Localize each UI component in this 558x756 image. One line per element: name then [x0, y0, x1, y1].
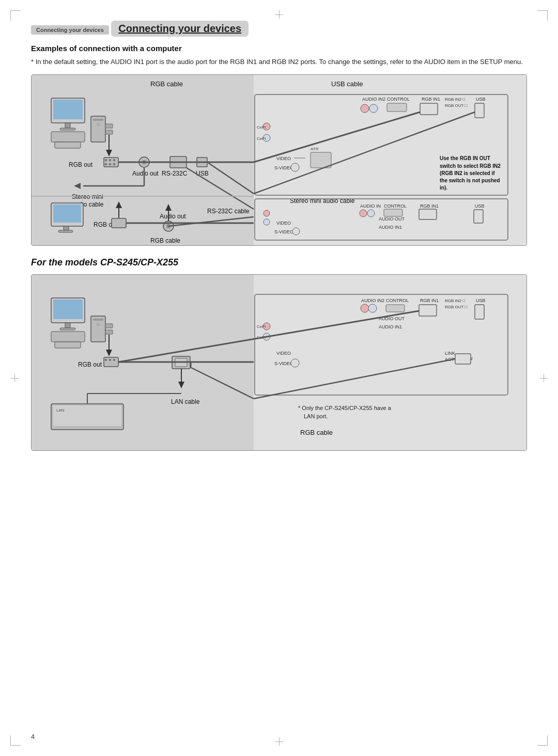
svg-text:CONTROL: CONTROL: [384, 203, 407, 209]
svg-point-21: [113, 159, 115, 161]
svg-text:RGB out: RGB out: [78, 361, 102, 368]
svg-text:RGB IN1: RGB IN1: [420, 203, 439, 209]
svg-rect-114: [93, 319, 103, 321]
center-mark-bottom: [275, 737, 283, 746]
svg-text:LAN cable: LAN cable: [171, 398, 200, 405]
corner-mark-tr: [537, 10, 548, 21]
svg-text:CePi: CePi: [257, 324, 266, 329]
svg-text:RGB OUT □: RGB OUT □: [445, 305, 468, 309]
svg-text:CONTROL: CONTROL: [386, 298, 409, 303]
svg-text:the switch is not pushed: the switch is not pushed: [440, 178, 500, 183]
svg-rect-145: [419, 305, 437, 316]
diagram-svg-1: RGB cable USB cable RGB out: [32, 75, 527, 245]
svg-rect-74: [58, 230, 73, 232]
svg-text:AUDIO IN1: AUDIO IN1: [379, 225, 402, 230]
svg-text:switch to select RGB IN2: switch to select RGB IN2: [440, 163, 501, 169]
svg-text:VIDEO: VIDEO: [276, 156, 291, 161]
svg-text:Stereo mini: Stereo mini: [72, 193, 103, 200]
svg-point-59: [291, 163, 299, 171]
svg-point-103: [264, 210, 270, 216]
svg-rect-8: [51, 132, 85, 142]
svg-rect-109: [65, 323, 70, 328]
svg-rect-14: [105, 130, 113, 134]
svg-text:RGB IN1: RGB IN1: [422, 97, 440, 102]
svg-text:AUDIO IN2: AUDIO IN2: [362, 97, 385, 102]
svg-text:RGB cable: RGB cable: [150, 80, 183, 88]
svg-text:RGB cable: RGB cable: [300, 429, 333, 436]
svg-text:RS-232C: RS-232C: [162, 170, 188, 177]
svg-rect-95: [419, 209, 437, 219]
svg-text:USB cable: USB cable: [331, 80, 363, 88]
svg-rect-7: [60, 128, 75, 130]
svg-rect-110: [60, 328, 75, 330]
svg-text:RS-232C cable: RS-232C cable: [207, 208, 250, 215]
svg-point-12: [97, 123, 100, 126]
svg-point-115: [97, 323, 100, 326]
svg-text:(RGB IN2 is selected if: (RGB IN2 is selected if: [440, 170, 495, 176]
svg-rect-72: [53, 204, 81, 223]
models-heading: For the models CP-S245/CP-X255: [31, 257, 527, 268]
svg-text:AUDIO IN: AUDIO IN: [360, 203, 381, 209]
diagram-box-models: RGB out LAN LAN cable LAN: [31, 274, 527, 451]
svg-text:VIDEO: VIDEO: [276, 220, 291, 226]
svg-rect-117: [105, 330, 113, 334]
svg-rect-47: [420, 103, 438, 115]
svg-point-102: [292, 228, 300, 235]
section-heading: Connecting your devices: [118, 23, 241, 34]
page-number: 4: [31, 733, 35, 741]
svg-text:LINK: LINK: [445, 351, 455, 356]
center-mark-top: [275, 10, 283, 19]
svg-text:CePi: CePi: [257, 136, 266, 141]
svg-rect-93: [384, 209, 402, 216]
svg-text:USB: USB: [475, 203, 485, 209]
svg-text:Audio out: Audio out: [132, 170, 159, 177]
svg-text:AUDIO IN1: AUDIO IN1: [379, 324, 402, 329]
svg-text:RGB out: RGB out: [69, 161, 93, 168]
corner-mark-tl: [10, 10, 21, 21]
svg-rect-112: [55, 342, 81, 348]
svg-rect-5: [53, 100, 83, 119]
svg-point-24: [113, 163, 115, 165]
svg-rect-149: [475, 305, 484, 319]
svg-text:Audio out: Audio out: [160, 213, 186, 220]
svg-rect-6: [65, 123, 70, 128]
svg-point-91: [367, 210, 375, 217]
svg-rect-143: [386, 305, 405, 312]
svg-point-158: [291, 359, 299, 367]
svg-text:Use the RGB IN OUT: Use the RGB IN OUT: [440, 155, 490, 161]
svg-rect-76: [112, 218, 126, 228]
svg-text:RGB cable: RGB cable: [150, 237, 180, 244]
svg-rect-116: [105, 324, 113, 328]
svg-point-42: [361, 104, 369, 113]
subsection1-title: Examples of connection with a computer: [31, 44, 527, 53]
svg-text:S-VIDEO: S-VIDEO: [274, 229, 293, 234]
svg-text:VIDEO: VIDEO: [276, 351, 291, 356]
diagram-box-1: RGB cable USB cable RGB out: [31, 74, 527, 246]
svg-text:CePi: CePi: [257, 125, 266, 130]
svg-point-19: [105, 159, 107, 161]
svg-point-43: [369, 104, 378, 113]
svg-rect-18: [104, 158, 118, 167]
svg-point-141: [368, 304, 377, 312]
svg-rect-73: [64, 226, 69, 230]
svg-text:in).: in).: [440, 185, 447, 191]
svg-rect-111: [51, 332, 85, 342]
svg-point-140: [361, 304, 369, 312]
svg-point-124: [113, 359, 115, 361]
description-text: * In the default setting, the AUDIO IN1 …: [31, 57, 527, 67]
svg-rect-121: [104, 357, 118, 367]
svg-text:RGB OUT □: RGB OUT □: [445, 103, 468, 108]
center-mark-right: [539, 374, 548, 382]
svg-text:RGB IN1: RGB IN1: [420, 298, 439, 303]
svg-point-23: [109, 163, 111, 165]
svg-point-123: [109, 359, 111, 361]
section-heading-wrap: Connecting your devices: [111, 21, 249, 37]
svg-text:ATR: ATR: [311, 147, 319, 151]
center-mark-left: [10, 374, 19, 382]
svg-text:AUDIO IN2: AUDIO IN2: [361, 298, 384, 303]
svg-rect-99: [474, 210, 483, 223]
svg-point-104: [264, 219, 270, 225]
corner-mark-bl: [10, 735, 21, 746]
svg-point-122: [105, 359, 107, 361]
svg-rect-162: [455, 354, 471, 364]
